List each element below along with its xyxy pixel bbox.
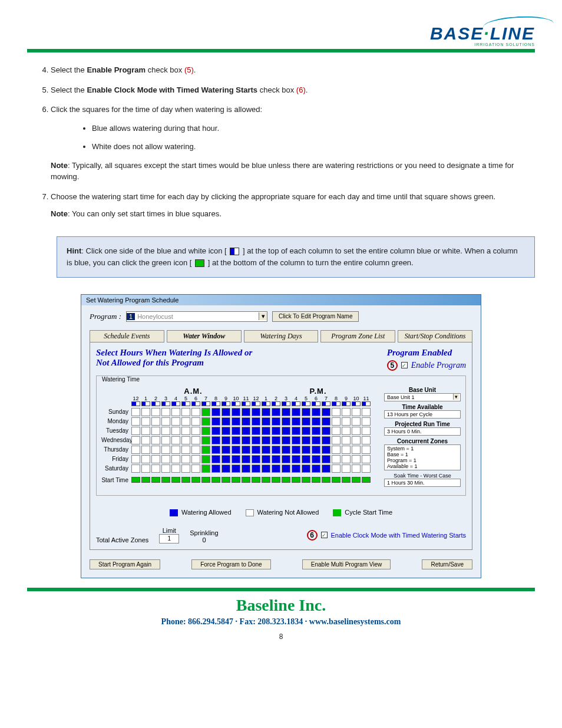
grid-cell[interactable] xyxy=(312,436,320,444)
column-toggle-icon[interactable] xyxy=(181,401,190,406)
grid-cell[interactable] xyxy=(211,436,220,444)
grid-cell[interactable] xyxy=(352,408,361,416)
grid-cell[interactable] xyxy=(242,465,250,473)
grid-cell[interactable] xyxy=(232,465,240,473)
column-toggle-icon[interactable] xyxy=(161,401,170,406)
grid-cell[interactable] xyxy=(232,427,240,435)
grid-cell[interactable] xyxy=(292,417,300,426)
grid-cell[interactable] xyxy=(282,436,290,444)
grid-cell[interactable] xyxy=(322,408,330,416)
grid-cell[interactable] xyxy=(151,465,160,473)
column-toggle-icon[interactable] xyxy=(262,401,270,406)
tab-start-stop-conditions[interactable]: Start/Stop Conditions xyxy=(398,330,472,342)
enable-multi-program-view-button[interactable]: Enable Multi Program View xyxy=(302,559,391,569)
grid-cell[interactable] xyxy=(322,446,330,454)
start-time-toggle-icon[interactable] xyxy=(191,477,200,483)
grid-cell[interactable] xyxy=(282,465,290,473)
grid-cell[interactable] xyxy=(292,465,300,473)
column-toggle-icon[interactable] xyxy=(282,401,290,406)
grid-cell[interactable] xyxy=(342,455,351,463)
grid-cell[interactable] xyxy=(201,436,210,444)
grid-cell[interactable] xyxy=(352,427,361,435)
grid-cell[interactable] xyxy=(232,417,240,426)
grid-cell[interactable] xyxy=(232,446,240,454)
grid-cell[interactable] xyxy=(352,446,361,454)
grid-cell[interactable] xyxy=(292,427,300,435)
grid-cell[interactable] xyxy=(181,436,190,444)
grid-cell[interactable] xyxy=(262,465,270,473)
grid-cell[interactable] xyxy=(272,446,280,454)
grid-cell[interactable] xyxy=(141,417,150,426)
grid-cell[interactable] xyxy=(332,455,340,463)
grid-cell[interactable] xyxy=(171,455,180,463)
grid-cell[interactable] xyxy=(242,446,250,454)
grid-cell[interactable] xyxy=(252,455,260,463)
grid-cell[interactable] xyxy=(151,446,160,454)
start-time-toggle-icon[interactable] xyxy=(362,477,371,483)
grid-cell[interactable] xyxy=(322,427,330,435)
grid-cell[interactable] xyxy=(332,465,340,473)
grid-cell[interactable] xyxy=(151,455,160,463)
column-toggle-icon[interactable] xyxy=(141,401,150,406)
column-toggle-icon[interactable] xyxy=(312,401,320,406)
grid-cell[interactable] xyxy=(282,417,290,426)
grid-cell[interactable] xyxy=(181,427,190,435)
start-time-toggle-icon[interactable] xyxy=(131,477,140,483)
column-toggle-icon[interactable] xyxy=(171,401,180,406)
grid-cell[interactable] xyxy=(191,436,200,444)
start-time-toggle-icon[interactable] xyxy=(201,477,210,483)
grid-cell[interactable] xyxy=(201,446,210,454)
column-toggle-icon[interactable] xyxy=(242,401,250,406)
grid-cell[interactable] xyxy=(362,455,371,463)
grid-cell[interactable] xyxy=(211,446,220,454)
grid-cell[interactable] xyxy=(151,408,160,416)
grid-cell[interactable] xyxy=(211,408,220,416)
grid-cell[interactable] xyxy=(222,427,230,435)
grid-cell[interactable] xyxy=(322,417,330,426)
program-select[interactable]: 1 Honeylocust ▾ xyxy=(126,311,267,322)
column-toggle-icon[interactable] xyxy=(322,401,330,406)
grid-cell[interactable] xyxy=(312,427,320,435)
grid-cell[interactable] xyxy=(191,427,200,435)
grid-cell[interactable] xyxy=(362,436,371,444)
grid-cell[interactable] xyxy=(282,446,290,454)
grid-cell[interactable] xyxy=(302,446,310,454)
grid-cell[interactable] xyxy=(352,436,361,444)
grid-cell[interactable] xyxy=(362,465,371,473)
column-toggle-icon[interactable] xyxy=(131,401,140,406)
start-time-toggle-icon[interactable] xyxy=(302,477,310,483)
grid-cell[interactable] xyxy=(262,436,270,444)
grid-cell[interactable] xyxy=(302,436,310,444)
grid-cell[interactable] xyxy=(292,455,300,463)
grid-cell[interactable] xyxy=(322,455,330,463)
return-save-button[interactable]: Return/Save xyxy=(422,559,472,569)
grid-cell[interactable] xyxy=(181,446,190,454)
base-unit-select[interactable]: Base Unit 1 xyxy=(384,393,461,401)
grid-cell[interactable] xyxy=(332,408,340,416)
grid-cell[interactable] xyxy=(201,427,210,435)
grid-cell[interactable] xyxy=(352,455,361,463)
grid-cell[interactable] xyxy=(141,408,150,416)
grid-cell[interactable] xyxy=(332,427,340,435)
grid-cell[interactable] xyxy=(201,465,210,473)
column-toggle-icon[interactable] xyxy=(362,401,371,406)
grid-cell[interactable] xyxy=(161,446,170,454)
start-time-toggle-icon[interactable] xyxy=(312,477,320,483)
grid-cell[interactable] xyxy=(151,427,160,435)
grid-cell[interactable] xyxy=(181,408,190,416)
grid-cell[interactable] xyxy=(131,455,140,463)
grid-cell[interactable] xyxy=(272,465,280,473)
grid-cell[interactable] xyxy=(161,465,170,473)
start-time-toggle-icon[interactable] xyxy=(282,477,290,483)
grid-cell[interactable] xyxy=(161,436,170,444)
column-toggle-icon[interactable] xyxy=(191,401,200,406)
grid-cell[interactable] xyxy=(242,455,250,463)
grid-cell[interactable] xyxy=(131,465,140,473)
grid-cell[interactable] xyxy=(302,427,310,435)
grid-cell[interactable] xyxy=(191,465,200,473)
start-time-toggle-icon[interactable] xyxy=(171,477,180,483)
grid-cell[interactable] xyxy=(232,436,240,444)
grid-cell[interactable] xyxy=(252,436,260,444)
grid-cell[interactable] xyxy=(151,436,160,444)
grid-cell[interactable] xyxy=(171,417,180,426)
